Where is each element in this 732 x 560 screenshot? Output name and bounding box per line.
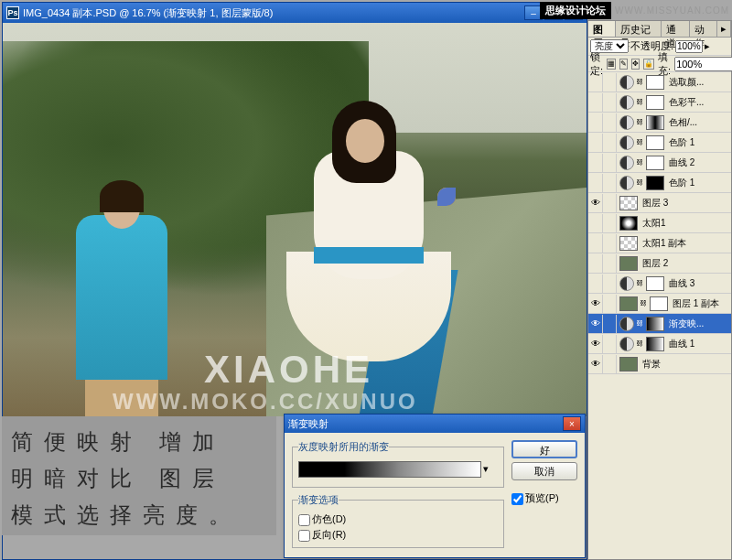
link-cell[interactable] <box>604 113 617 132</box>
visibility-toggle[interactable] <box>588 234 603 253</box>
reverse-checkbox[interactable] <box>298 530 310 542</box>
layer-row[interactable]: ⛓曲线 3 <box>588 274 731 294</box>
link-cell[interactable] <box>604 234 617 253</box>
cancel-button[interactable]: 取消 <box>511 462 577 480</box>
layer-mask[interactable] <box>646 337 664 351</box>
layer-name[interactable]: 曲线 1 <box>669 338 731 350</box>
dither-checkbox[interactable] <box>298 514 310 526</box>
visibility-toggle[interactable]: 👁 <box>588 295 603 313</box>
layer-name[interactable]: 选取颜... <box>669 76 731 89</box>
layer-row[interactable]: 图层 2 <box>588 253 731 274</box>
visibility-toggle[interactable]: 👁 <box>588 355 603 373</box>
layer-row[interactable]: ⛓色阶 1 <box>588 173 731 193</box>
layer-row[interactable]: 太阳1 <box>588 213 731 233</box>
link-cell[interactable] <box>604 355 617 373</box>
watermark-url: WWW.MOKO.CC/XUNUO <box>113 389 418 415</box>
layer-mask[interactable] <box>646 115 664 130</box>
visibility-toggle[interactable] <box>588 154 603 172</box>
link-cell[interactable] <box>604 335 617 353</box>
layer-row[interactable]: 👁⛓曲线 1 <box>588 334 731 354</box>
dialog-titlebar[interactable]: 渐变映射 × <box>285 415 585 433</box>
link-cell[interactable] <box>604 214 617 232</box>
visibility-toggle[interactable] <box>588 254 603 273</box>
visibility-toggle[interactable] <box>588 275 603 293</box>
window-titlebar[interactable]: Ps IMG_0434 副本.PSD @ 16.7% (渐变映射 1, 图层蒙版… <box>3 3 587 23</box>
layer-row[interactable]: ⛓选取颜... <box>588 72 731 92</box>
lock-all-icon[interactable]: 🔒 <box>643 59 654 70</box>
gradient-dropdown-icon[interactable] <box>481 461 494 478</box>
opacity-arrow-icon[interactable]: ▸ <box>705 40 710 52</box>
layer-mask[interactable] <box>646 75 664 90</box>
lock-transparency-icon[interactable]: ▦ <box>607 59 616 70</box>
layer-name[interactable]: 曲线 2 <box>669 156 731 169</box>
layer-row[interactable]: ⛓色彩平... <box>588 92 731 113</box>
visibility-toggle[interactable] <box>588 214 603 232</box>
layer-name[interactable]: 太阳1 <box>642 217 731 230</box>
link-cell[interactable] <box>604 315 617 333</box>
layer-mask[interactable] <box>646 95 664 110</box>
visibility-toggle[interactable]: 👁 <box>588 315 603 333</box>
layer-row[interactable]: ⛓曲线 2 <box>588 153 731 173</box>
link-cell[interactable] <box>604 154 617 172</box>
lock-position-icon[interactable]: ✥ <box>631 59 640 70</box>
link-cell[interactable] <box>604 194 617 212</box>
opacity-input[interactable] <box>675 40 703 53</box>
layer-thumbnail[interactable] <box>619 216 638 231</box>
layer-mask[interactable] <box>646 135 664 150</box>
layer-mask[interactable] <box>646 156 664 170</box>
visibility-toggle[interactable] <box>588 134 603 152</box>
layer-row[interactable]: 👁背景 <box>588 354 731 374</box>
link-cell[interactable] <box>604 174 617 192</box>
panel-menu-icon[interactable]: ▸ <box>717 21 731 37</box>
layer-row[interactable]: ⛓色阶 1 <box>588 133 731 153</box>
visibility-toggle[interactable]: 👁 <box>588 194 603 212</box>
link-cell[interactable] <box>604 73 617 92</box>
layer-name[interactable]: 色阶 1 <box>669 136 731 149</box>
dialog-close-button[interactable]: × <box>563 416 581 431</box>
layer-name[interactable]: 曲线 3 <box>669 277 731 290</box>
fill-input[interactable] <box>674 57 732 71</box>
layer-name[interactable]: 太阳1 副本 <box>642 237 731 250</box>
layer-name[interactable]: 背景 <box>642 358 731 371</box>
visibility-toggle[interactable]: 👁 <box>588 335 603 353</box>
layer-mask[interactable] <box>646 317 664 331</box>
link-cell[interactable] <box>604 93 617 112</box>
layer-row[interactable]: 太阳1 副本 <box>588 233 731 253</box>
layer-row[interactable]: 👁⛓图层 1 副本 <box>588 294 731 314</box>
gradient-preview[interactable] <box>298 461 481 478</box>
ok-button[interactable]: 好 <box>511 440 577 458</box>
layer-thumbnail[interactable] <box>619 236 638 251</box>
lock-pixels-icon[interactable]: ✎ <box>619 59 628 70</box>
link-cell[interactable] <box>604 275 617 293</box>
layer-thumbnail[interactable] <box>619 357 638 372</box>
canvas[interactable]: XIAOHE WWW.MOKO.CC/XUNUO <box>3 23 587 416</box>
layer-thumbnail[interactable] <box>619 296 638 311</box>
tab-history[interactable]: 历史记录 <box>616 21 662 37</box>
layer-row[interactable]: ⛓色相/... <box>588 113 731 133</box>
layer-mask[interactable] <box>650 296 668 311</box>
layer-mask[interactable] <box>646 176 664 190</box>
tab-actions[interactable]: 动作 <box>690 21 717 37</box>
layer-name[interactable]: 渐变映... <box>669 318 731 330</box>
visibility-toggle[interactable] <box>588 73 603 92</box>
link-cell[interactable] <box>604 295 617 313</box>
layer-name[interactable]: 图层 1 副本 <box>673 297 731 310</box>
layer-row[interactable]: 👁⛓渐变映... <box>588 314 731 334</box>
tab-channels[interactable]: 通道 <box>662 21 689 37</box>
layer-mask[interactable] <box>646 276 664 291</box>
link-cell[interactable] <box>604 134 617 152</box>
layer-thumbnail[interactable] <box>619 196 638 210</box>
layer-name[interactable]: 色彩平... <box>669 96 731 109</box>
visibility-toggle[interactable] <box>588 113 603 132</box>
layer-name[interactable]: 图层 3 <box>642 197 731 210</box>
layer-thumbnail[interactable] <box>619 256 638 271</box>
link-cell[interactable] <box>604 254 617 273</box>
visibility-toggle[interactable] <box>588 93 603 112</box>
preview-checkbox[interactable] <box>511 493 523 505</box>
layer-row[interactable]: 👁图层 3 <box>588 193 731 213</box>
layer-name[interactable]: 色阶 1 <box>669 177 731 189</box>
tab-layers[interactable]: 图层 <box>588 21 616 37</box>
layer-name[interactable]: 色相/... <box>669 116 731 129</box>
layer-name[interactable]: 图层 2 <box>642 257 731 270</box>
visibility-toggle[interactable] <box>588 174 603 192</box>
